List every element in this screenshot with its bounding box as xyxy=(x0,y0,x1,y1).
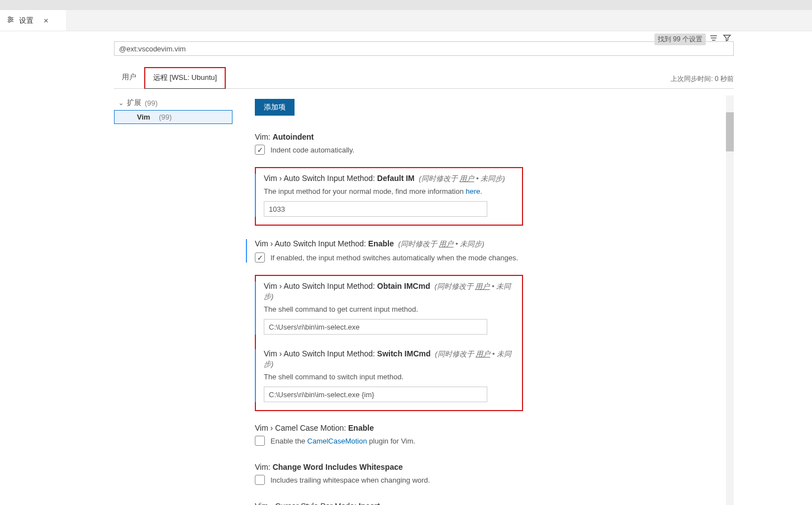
tab-label: 设置 xyxy=(19,16,34,26)
window-title-strip xyxy=(0,0,812,10)
settings-tree: ⌄ 扩展 (99) Vim (99) xyxy=(114,96,232,505)
tree-vim[interactable]: Vim (99) xyxy=(114,110,232,124)
add-item-button[interactable]: 添加项 xyxy=(255,99,295,116)
chevron-down-icon: ⌄ xyxy=(118,99,124,107)
setting-enable-im: Vim › Auto Switch Input Method: Enable (… xyxy=(246,239,734,263)
highlight-im-cmds: Vim › Auto Switch Input Method: Obtain I… xyxy=(255,275,523,411)
tab-settings[interactable]: 设置 × xyxy=(0,10,66,31)
setting-default-im: Vim › Auto Switch Input Method: Default … xyxy=(255,174,514,217)
svg-point-3 xyxy=(11,18,12,20)
default-im-input[interactable] xyxy=(264,201,487,217)
highlight-default-im: Vim › Auto Switch Input Method: Default … xyxy=(255,167,523,226)
scope-tab-remote[interactable]: 远程 [WSL: Ubuntu] xyxy=(144,67,226,89)
here-link[interactable]: here xyxy=(466,187,480,196)
last-sync-info: 上次同步时间: 0 秒前 xyxy=(671,74,734,84)
setting-change-word: Vim: Change Word Includes Whitespace Inc… xyxy=(255,463,734,485)
svg-point-5 xyxy=(8,21,10,22)
settings-icon xyxy=(7,16,15,25)
scope-tab-user[interactable]: 用户 xyxy=(114,68,144,88)
setting-switch-imcmd: Vim › Auto Switch Input Method: Switch I… xyxy=(255,349,514,402)
close-icon[interactable]: × xyxy=(44,16,49,25)
obtain-imcmd-input[interactable] xyxy=(264,319,487,335)
tree-extensions[interactable]: ⌄ 扩展 (99) xyxy=(114,96,232,110)
setting-cursor-style-insert: Vim › Cursor Style Per Mode: Insert xyxy=(255,502,734,505)
scrollbar[interactable] xyxy=(726,96,734,505)
camelcase-checkbox[interactable] xyxy=(255,436,265,446)
svg-point-1 xyxy=(9,17,11,18)
enable-im-checkbox[interactable]: ✓ xyxy=(255,252,265,263)
clear-search-icon[interactable] xyxy=(709,34,718,44)
settings-search-input[interactable] xyxy=(114,41,734,56)
editor-tabs-bar: 设置 × xyxy=(0,10,812,31)
camelcasemotion-link[interactable]: CamelCaseMotion xyxy=(307,437,367,445)
setting-autoindent: Vim: Autoindent ✓ Indent code automatica… xyxy=(255,132,734,155)
found-count-badge: 找到 99 个设置 xyxy=(654,34,706,45)
scrollbar-thumb[interactable] xyxy=(726,112,734,151)
setting-obtain-imcmd: Vim › Auto Switch Input Method: Obtain I… xyxy=(255,282,514,335)
scope-note: (同时修改于 用户 • 未同步) xyxy=(419,174,505,183)
filter-icon[interactable] xyxy=(723,34,732,44)
settings-search-row xyxy=(114,41,734,56)
autoindent-checkbox[interactable]: ✓ xyxy=(255,145,265,155)
setting-camelcase: Vim › Camel Case Motion: Enable Enable t… xyxy=(255,423,734,446)
change-word-checkbox[interactable] xyxy=(255,475,265,485)
settings-list: , 添加项 Vim: Autoindent ✓ Indent code auto… xyxy=(232,96,734,505)
scope-tabs: 用户 远程 [WSL: Ubuntu] 上次同步时间: 0 秒前 xyxy=(114,67,734,89)
switch-imcmd-input[interactable] xyxy=(264,387,487,402)
